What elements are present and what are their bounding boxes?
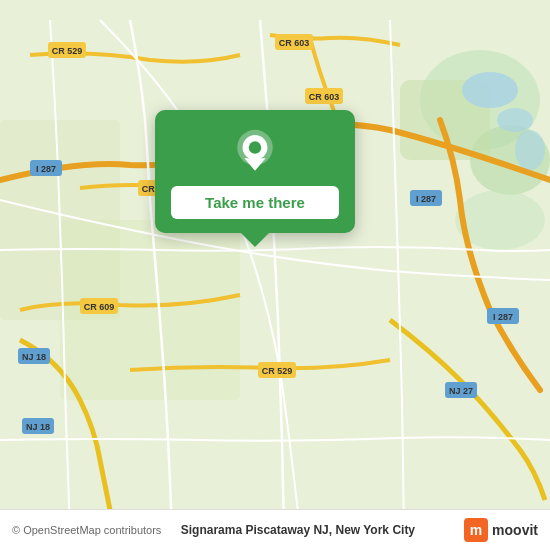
- svg-point-7: [515, 130, 545, 170]
- svg-text:I 287: I 287: [416, 194, 436, 204]
- svg-text:I 287: I 287: [493, 312, 513, 322]
- copyright-text: © OpenStreetMap contributors: [12, 524, 161, 536]
- bottom-bar: © OpenStreetMap contributors Signarama P…: [0, 509, 550, 550]
- svg-text:CR 609: CR 609: [84, 302, 115, 312]
- location-popup: Take me there: [155, 110, 355, 233]
- map-container: CR 529 CR 603 CR 603 I 287 CR 665 I 287 …: [0, 0, 550, 550]
- moovit-text: moovit: [492, 522, 538, 538]
- svg-text:CR 603: CR 603: [279, 38, 310, 48]
- svg-text:I 287: I 287: [36, 164, 56, 174]
- svg-marker-37: [244, 158, 265, 170]
- location-pin-icon: [231, 128, 279, 176]
- svg-point-6: [497, 108, 533, 132]
- moovit-logo: m moovit: [464, 518, 538, 542]
- moovit-icon: m: [464, 518, 488, 542]
- svg-text:CR 529: CR 529: [262, 366, 293, 376]
- place-name: Signarama Piscataway NJ, New York City: [173, 523, 453, 537]
- svg-text:NJ 18: NJ 18: [22, 352, 46, 362]
- svg-text:CR 603: CR 603: [309, 92, 340, 102]
- take-me-there-button[interactable]: Take me there: [171, 186, 339, 219]
- svg-text:NJ 27: NJ 27: [449, 386, 473, 396]
- svg-text:NJ 18: NJ 18: [26, 422, 50, 432]
- svg-text:CR 529: CR 529: [52, 46, 83, 56]
- copyright-section: © OpenStreetMap contributors: [12, 524, 161, 536]
- svg-point-36: [249, 141, 261, 153]
- svg-point-5: [462, 72, 518, 108]
